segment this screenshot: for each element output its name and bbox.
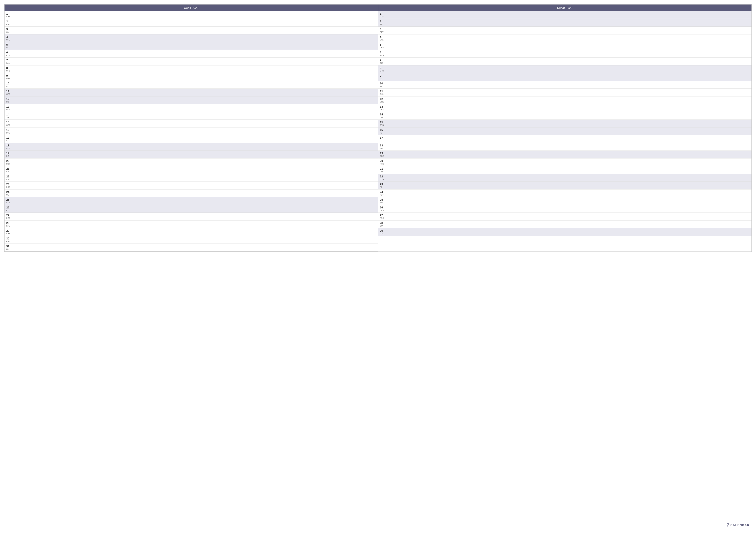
- day-number: 16: [380, 128, 385, 132]
- month-header-0: Ocak 2020: [5, 5, 378, 11]
- day-number: 28: [6, 221, 12, 225]
- day-row: 12CRS: [378, 96, 752, 104]
- day-info: 8CTS: [380, 66, 385, 72]
- day-row: 14CU: [378, 112, 752, 120]
- day-number: 11: [6, 89, 12, 93]
- watermark: 7 CALENDAR: [727, 522, 749, 527]
- day-name: PZ: [380, 78, 385, 80]
- day-info: 1CRS: [6, 12, 12, 18]
- day-row: 22CTS: [378, 174, 752, 182]
- day-info: 2PRS: [6, 20, 12, 25]
- day-name: CRS: [380, 101, 385, 103]
- day-row: 3CU: [5, 27, 378, 35]
- day-info: 9PRS: [6, 74, 12, 80]
- day-number: 27: [6, 214, 12, 217]
- day-number: 25: [380, 198, 385, 202]
- day-row: 5CRS: [378, 42, 752, 50]
- day-name: CRS: [6, 233, 12, 235]
- day-row: 12PZ: [5, 96, 378, 104]
- day-info: 15CTS: [380, 120, 385, 126]
- day-row: 17PZT: [378, 135, 752, 143]
- calendar-container: Ocak 20201CRS2PRS3CU4CTS5PZ6PZT7SAL8CRS9…: [4, 4, 752, 252]
- day-info: 11SAL: [380, 89, 385, 95]
- day-info: 9PZ: [380, 74, 385, 80]
- day-number: 19: [6, 152, 12, 155]
- day-info: 22CTS: [380, 175, 385, 180]
- day-row: 23PRS: [5, 182, 378, 190]
- day-number: 29: [380, 229, 385, 233]
- day-name: PZ: [380, 132, 385, 134]
- day-number: 1: [380, 12, 385, 15]
- day-info: 19CRS: [380, 152, 385, 157]
- day-number: 23: [380, 183, 385, 186]
- day-info: 29CTS: [380, 229, 385, 235]
- day-row: 4SAL: [378, 35, 752, 42]
- day-row: 20PRS: [378, 159, 752, 166]
- day-name: PZT: [380, 31, 385, 33]
- day-name: PZT: [6, 54, 12, 57]
- day-info: 8CRS: [6, 66, 12, 72]
- day-number: 15: [6, 120, 12, 124]
- day-name: CRS: [6, 70, 12, 72]
- page: Ocak 20201CRS2PRS3CU4CTS5PZ6PZT7SAL8CRS9…: [0, 0, 756, 534]
- day-info: 16PRS: [6, 128, 12, 134]
- day-number: 24: [380, 191, 385, 194]
- day-row: 19CRS: [378, 151, 752, 159]
- day-row: 9PRS: [5, 73, 378, 81]
- day-name: CU: [6, 248, 12, 250]
- day-info: 23PRS: [6, 183, 12, 188]
- day-info: 28SAL: [6, 221, 12, 227]
- day-info: 13PRS: [380, 105, 385, 111]
- day-row: 7CU: [378, 58, 752, 65]
- day-row: 11CTS: [5, 89, 378, 96]
- day-name: CTS: [380, 15, 385, 18]
- day-name: CTS: [6, 93, 12, 95]
- day-name: PZ: [6, 155, 12, 157]
- day-number: 8: [6, 66, 12, 70]
- day-number: 22: [6, 175, 12, 178]
- day-info: 27PZT: [6, 214, 12, 219]
- watermark-text: CALENDAR: [730, 523, 749, 527]
- day-number: 12: [380, 97, 385, 101]
- day-info: 14SAL: [6, 113, 12, 118]
- day-name: SAL: [6, 116, 12, 119]
- day-number: 5: [380, 43, 385, 46]
- day-name: PZ: [6, 46, 12, 49]
- day-number: 25: [6, 198, 12, 202]
- day-row: 15CRS: [5, 120, 378, 127]
- day-number: 11: [380, 89, 385, 93]
- day-info: 30PRS: [6, 237, 12, 242]
- day-row: 29CTS: [378, 228, 752, 236]
- day-info: 12CRS: [380, 97, 385, 103]
- day-row: 10CU: [5, 81, 378, 89]
- day-info: 21SAL: [6, 167, 12, 173]
- day-info: 25CTS: [6, 198, 12, 204]
- day-number: 28: [380, 221, 385, 225]
- day-info: 3CU: [6, 28, 12, 33]
- day-row: 5PZ: [5, 42, 378, 50]
- day-name: SAL: [6, 225, 12, 227]
- day-name: PRS: [380, 109, 385, 111]
- day-info: 7SAL: [6, 59, 12, 64]
- day-number: 6: [6, 51, 12, 54]
- day-row: 25SAL: [378, 197, 752, 205]
- day-number: 30: [6, 237, 12, 240]
- day-name: PZ: [380, 186, 385, 189]
- day-row: 18CTS: [5, 143, 378, 151]
- day-info: 7CU: [380, 59, 385, 64]
- day-row: 1CRS: [5, 11, 378, 19]
- day-name: CU: [380, 62, 385, 64]
- watermark-icon: 7: [727, 522, 729, 527]
- day-name: CTS: [6, 202, 12, 204]
- day-number: 18: [6, 144, 12, 147]
- day-info: 25SAL: [380, 198, 385, 204]
- day-number: 18: [380, 144, 385, 147]
- day-name: SAL: [380, 202, 385, 204]
- day-number: 5: [6, 43, 12, 46]
- day-info: 3PZT: [380, 28, 385, 33]
- day-info: 27PRS: [380, 214, 385, 219]
- day-name: CRS: [6, 124, 12, 126]
- day-number: 8: [380, 66, 385, 70]
- day-row: 16PZ: [378, 127, 752, 135]
- day-info: 6PRS: [380, 51, 385, 56]
